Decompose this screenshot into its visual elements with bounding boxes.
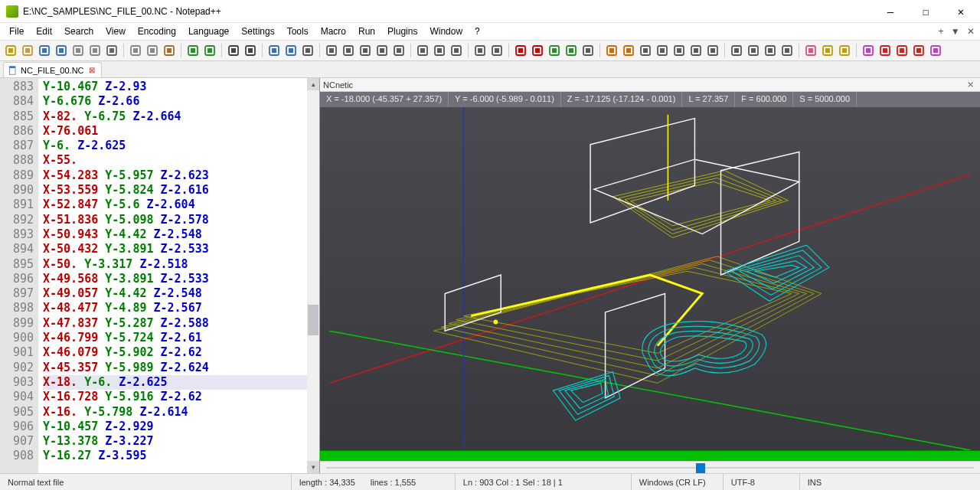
zoom-in-button[interactable]	[266, 43, 282, 58]
code-line[interactable]: X-49.568 Y-3.891 Z-2.533	[43, 272, 319, 286]
menu-settings[interactable]: Settings	[235, 24, 280, 38]
code-line[interactable]: X-16.728 Y-5.916 Z-2.62	[43, 390, 319, 404]
code-line[interactable]: X-54.283 Y-5.957 Z-2.623	[43, 168, 319, 183]
print-button[interactable]	[104, 43, 119, 58]
code-line[interactable]: X-82. Y-6.75 Z-2.664	[43, 109, 319, 124]
spell-button[interactable]	[820, 43, 835, 58]
folder-workspace-button[interactable]	[472, 43, 488, 58]
wordwrap-button[interactable]	[324, 43, 339, 58]
redo-button[interactable]	[202, 43, 217, 58]
save-all-button[interactable]	[54, 43, 69, 58]
heart-button[interactable]	[803, 43, 818, 58]
menu-plugins[interactable]: Plugins	[381, 24, 423, 38]
func-list-button[interactable]	[449, 43, 464, 58]
scroll-up-icon[interactable]: ▴	[307, 78, 319, 90]
code-line[interactable]: Y-10.467 Z-2.93	[43, 80, 319, 94]
nc-prev-button[interactable]	[861, 43, 876, 58]
playback-slider[interactable]	[320, 461, 980, 473]
viewer-close-icon[interactable]: ⤬	[963, 80, 977, 90]
compare-clear-button[interactable]	[621, 43, 636, 58]
save-button[interactable]	[37, 43, 52, 58]
code-editor[interactable]: 8838848858868878888898908918928938948958…	[0, 78, 320, 473]
record-macro-button[interactable]	[513, 43, 528, 58]
compare-opts-button[interactable]	[705, 43, 720, 58]
code-line[interactable]: X-50.943 Y-4.42 Z-2.548	[43, 227, 319, 242]
bookmark-prev-button[interactable]	[763, 43, 778, 58]
menu-view[interactable]: View	[100, 24, 132, 38]
editor-scrollbar[interactable]: ▴ ▾	[307, 78, 319, 473]
menu-file[interactable]: File	[3, 24, 30, 38]
nc-end-button[interactable]	[928, 43, 943, 58]
close-button[interactable]: ✕	[943, 0, 978, 23]
run-macro-button[interactable]	[564, 43, 579, 58]
dropdown-icon[interactable]: ▼	[951, 26, 960, 37]
spell2-button[interactable]	[837, 43, 852, 58]
code-line[interactable]: X-46.079 Y-5.902 Z-2.62	[43, 345, 319, 360]
all-chars-button[interactable]	[341, 43, 356, 58]
code-line[interactable]: X-45.357 Y-5.989 Z-2.624	[43, 361, 319, 375]
menu-edit[interactable]: Edit	[30, 24, 58, 38]
compare-nav2-button[interactable]	[655, 43, 670, 58]
code-line[interactable]: X-47.837 Y-5.287 Z-2.588	[43, 316, 319, 331]
code-line[interactable]: Y-13.378 Z-3.227	[43, 434, 319, 449]
tab-close-icon[interactable]: ⊠	[87, 66, 96, 75]
compare-nav1-button[interactable]	[638, 43, 653, 58]
scroll-thumb[interactable]	[308, 305, 318, 335]
menu-search[interactable]: Search	[58, 24, 100, 38]
new-button[interactable]	[3, 43, 18, 58]
menu-window[interactable]: Window	[423, 24, 469, 38]
code-line[interactable]: X-48.477 Y-4.89 Z-2.567	[43, 301, 319, 315]
copy-button[interactable]	[145, 43, 160, 58]
menu-run[interactable]: Run	[352, 24, 381, 38]
zoom-out-button[interactable]	[283, 43, 299, 58]
bookmark-next-button[interactable]	[746, 43, 761, 58]
doc-map-button[interactable]	[415, 43, 430, 58]
code-line[interactable]: Y-6.676 Z-2.66	[43, 94, 319, 109]
code-line[interactable]: X-18. Y-6. Z-2.625	[43, 375, 319, 390]
code-line[interactable]: X-52.847 Y-5.6 Z-2.604	[43, 198, 319, 212]
save-macro-button[interactable]	[580, 43, 596, 58]
code-line[interactable]: X-50. Y-3.317 Z-2.518	[43, 257, 319, 272]
code-line[interactable]: X-53.559 Y-5.824 Z-2.616	[43, 183, 319, 198]
status-eol[interactable]: Windows (CR LF)	[631, 474, 723, 490]
bookmark-button[interactable]	[729, 43, 744, 58]
sync-scroll-button[interactable]	[300, 43, 315, 58]
slider-thumb[interactable]	[696, 463, 705, 473]
nc-play-button[interactable]	[894, 43, 910, 58]
minimize-button[interactable]: —	[873, 0, 908, 23]
code-line[interactable]: X-51.836 Y-5.098 Z-2.578	[43, 213, 319, 227]
cut-button[interactable]	[128, 43, 143, 58]
code-line[interactable]: X-50.432 Y-3.891 Z-2.533	[43, 242, 319, 256]
paste-button[interactable]	[162, 43, 177, 58]
unfold-button[interactable]	[391, 43, 407, 58]
code-line[interactable]: X-49.057 Y-4.42 Z-2.548	[43, 286, 319, 301]
menu-help[interactable]: ?	[469, 24, 486, 38]
status-ins[interactable]: INS	[799, 474, 980, 490]
maximize-button[interactable]: ☐	[908, 0, 943, 23]
compare-1-button[interactable]	[604, 43, 619, 58]
code-line[interactable]: Y-10.457 Z-2.929	[43, 420, 319, 434]
code-content[interactable]: Y-10.467 Z-2.93Y-6.676 Z-2.66X-82. Y-6.7…	[38, 78, 319, 473]
scroll-down-icon[interactable]: ▾	[307, 461, 319, 473]
code-line[interactable]: X-46.799 Y-5.724 Z-2.61	[43, 331, 319, 345]
menu-encoding[interactable]: Encoding	[132, 24, 182, 38]
3d-canvas[interactable]	[320, 107, 980, 450]
close-panel-icon[interactable]: ✕	[967, 26, 975, 37]
nc-next-button[interactable]	[911, 43, 926, 58]
status-encoding[interactable]: UTF-8	[723, 474, 799, 490]
monitor-button[interactable]	[489, 43, 505, 58]
close-all-button[interactable]	[87, 43, 103, 58]
find-button[interactable]	[226, 43, 241, 58]
doc-list-button[interactable]	[432, 43, 447, 58]
code-line[interactable]: X-16. Y-5.798 Z-2.614	[43, 405, 319, 420]
nc-play-back-button[interactable]	[877, 43, 893, 58]
code-line[interactable]: X-55.	[43, 153, 319, 168]
code-line[interactable]: X-76.061	[43, 124, 319, 139]
compare-nav3-button[interactable]	[671, 43, 687, 58]
replace-button[interactable]	[243, 43, 258, 58]
add-tab-icon[interactable]: +	[938, 26, 943, 37]
file-tab[interactable]: NC_FILE_00.NC ⊠	[3, 62, 102, 77]
close-button[interactable]	[70, 43, 86, 58]
fold-button[interactable]	[374, 43, 390, 58]
open-button[interactable]	[20, 43, 35, 58]
